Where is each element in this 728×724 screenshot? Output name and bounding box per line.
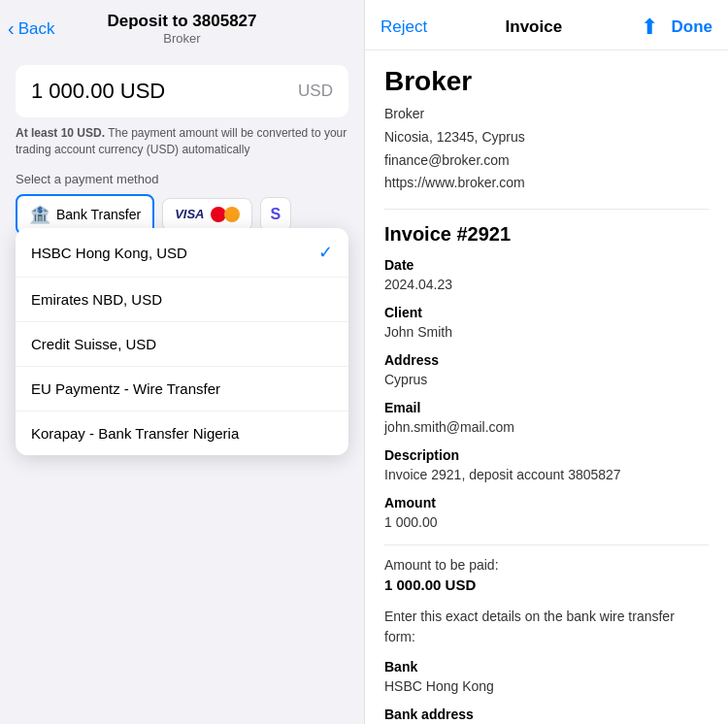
invoice-nav-title: Invoice bbox=[506, 17, 563, 37]
field-label-description: Description bbox=[384, 447, 709, 463]
hint-text: At least 10 USD. The payment amount will… bbox=[16, 125, 348, 158]
dropdown-item-1[interactable]: Emirates NBD, USD bbox=[16, 278, 348, 322]
back-label: Back bbox=[18, 19, 55, 39]
company-info-line4: https://www.broker.com bbox=[384, 172, 709, 195]
bank-value-bank: HSBC Hong Kong bbox=[384, 676, 709, 697]
invoice-field-email: Email john.smith@mail.com bbox=[384, 400, 709, 438]
done-button[interactable]: Done bbox=[672, 17, 713, 37]
invoice-field-date: Date 2024.04.23 bbox=[384, 257, 709, 295]
field-value-amount: 1 000.00 bbox=[384, 512, 709, 533]
amount-to-pay-label: Amount to be paid: bbox=[384, 557, 709, 573]
field-value-date: 2024.04.23 bbox=[384, 275, 709, 295]
card-payment-button[interactable]: VISA bbox=[162, 198, 251, 231]
field-label-amount: Amount bbox=[384, 495, 709, 510]
field-value-description: Invoice 2921, deposit account 3805827 bbox=[384, 465, 709, 485]
dropdown-item-3[interactable]: EU Paymentz - Wire Transfer bbox=[16, 367, 348, 411]
back-button[interactable]: ‹ Back bbox=[8, 18, 54, 40]
amount-to-pay-value: 1 000.00 USD bbox=[384, 576, 709, 593]
back-chevron-icon: ‹ bbox=[8, 17, 15, 40]
dropdown-item-4[interactable]: Korapay - Bank Transfer Nigeria bbox=[16, 411, 348, 455]
nav-title-sub: Broker bbox=[107, 31, 256, 46]
bank-label-address: Bank address bbox=[384, 707, 709, 722]
amount-row: 1 000.00 USD USD bbox=[16, 65, 348, 117]
checkmark-icon-0: ✓ bbox=[318, 242, 333, 263]
bank-icon: 🏦 bbox=[29, 204, 50, 225]
bank-field-bank: Bank HSBC Hong Kong bbox=[384, 659, 709, 697]
dropdown-item-2[interactable]: Credit Suisse, USD bbox=[16, 322, 348, 367]
dropdown-item-label-2: Credit Suisse, USD bbox=[31, 336, 156, 352]
reject-button[interactable]: Reject bbox=[381, 17, 427, 37]
invoice-field-client: Client John Smith bbox=[384, 305, 709, 343]
company-info-line3: finance@broker.com bbox=[384, 149, 709, 173]
invoice-content: Broker Broker Nicosia, 12345, Cyprus fin… bbox=[365, 50, 728, 724]
company-name: Broker bbox=[384, 66, 709, 97]
dropdown-item-0[interactable]: HSBC Hong Kong, USD ✓ bbox=[16, 228, 348, 278]
dropdown-item-label-4: Korapay - Bank Transfer Nigeria bbox=[31, 425, 239, 442]
dropdown-item-label-1: Emirates NBD, USD bbox=[31, 291, 162, 308]
invoice-field-amount: Amount 1 000.00 bbox=[384, 495, 709, 533]
stripe-button[interactable]: S bbox=[260, 197, 292, 232]
bank-field-address: Bank address 1 Queen's Road Central, Hon… bbox=[384, 707, 709, 724]
dropdown-item-label-3: EU Paymentz - Wire Transfer bbox=[31, 380, 220, 397]
share-icon[interactable]: ⬆ bbox=[641, 15, 658, 40]
field-value-address: Cyprus bbox=[384, 370, 709, 390]
nav-title: Deposit to 3805827 Broker bbox=[107, 12, 256, 46]
field-value-client: John Smith bbox=[384, 322, 709, 343]
invoice-number: Invoice #2921 bbox=[384, 223, 709, 246]
wire-instruction: Enter this exact details on the bank wir… bbox=[384, 607, 709, 647]
visa-icon: VISA bbox=[175, 207, 204, 221]
nav-bar: ‹ Back Deposit to 3805827 Broker bbox=[0, 0, 364, 53]
hint-strong: At least 10 USD. bbox=[16, 126, 105, 140]
invoice-nav-right: ⬆ Done bbox=[641, 15, 713, 40]
field-label-client: Client bbox=[384, 305, 709, 320]
mastercard-orange-icon bbox=[224, 207, 240, 222]
company-info-line1: Broker bbox=[384, 103, 709, 126]
invoice-nav: Reject Invoice ⬆ Done bbox=[365, 0, 728, 50]
provider-dropdown[interactable]: HSBC Hong Kong, USD ✓ Emirates NBD, USD … bbox=[16, 228, 348, 455]
company-info: Broker Nicosia, 12345, Cyprus finance@br… bbox=[384, 103, 709, 210]
stripe-label: S bbox=[271, 206, 281, 222]
invoice-field-description: Description Invoice 2921, deposit accoun… bbox=[384, 447, 709, 485]
bank-transfer-label: Bank Transfer bbox=[56, 207, 141, 222]
select-payment-label: Select a payment method bbox=[16, 172, 348, 186]
invoice-divider bbox=[384, 544, 709, 545]
amount-currency: USD bbox=[298, 82, 333, 101]
dropdown-item-label-0: HSBC Hong Kong, USD bbox=[31, 245, 187, 261]
field-label-date: Date bbox=[384, 257, 709, 273]
amount-value: 1 000.00 USD bbox=[31, 79, 165, 104]
invoice-field-address: Address Cyprus bbox=[384, 352, 709, 390]
right-panel: Reject Invoice ⬆ Done Broker Broker Nico… bbox=[364, 0, 728, 724]
company-info-line2: Nicosia, 12345, Cyprus bbox=[384, 126, 709, 149]
field-label-address: Address bbox=[384, 352, 709, 368]
left-panel: ‹ Back Deposit to 3805827 Broker 1 000.0… bbox=[0, 0, 364, 724]
bank-label-bank: Bank bbox=[384, 659, 709, 675]
field-label-email: Email bbox=[384, 400, 709, 415]
nav-title-main: Deposit to 3805827 bbox=[107, 12, 256, 31]
field-value-email: john.smith@mail.com bbox=[384, 417, 709, 438]
